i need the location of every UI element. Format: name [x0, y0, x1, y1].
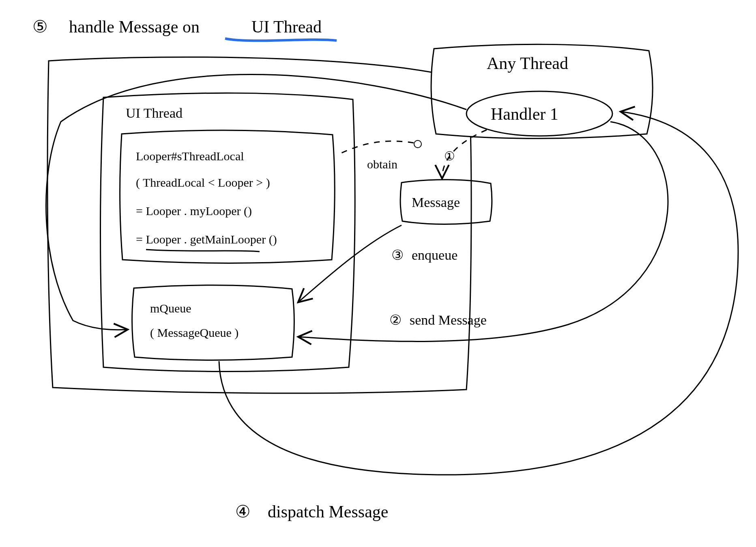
any-thread-label: Any Thread — [487, 54, 568, 73]
step2-label: send Message — [410, 312, 487, 327]
ui-thread-label: UI Thread — [126, 106, 183, 121]
step-5-marker: ⑤ — [32, 17, 48, 36]
mainlooper-underline — [146, 250, 260, 252]
title-underline — [225, 39, 337, 41]
arrow-sendmessage — [298, 122, 668, 341]
step4-marker: ④ — [235, 502, 251, 521]
looper-line1: Looper#sThreadLocal — [136, 149, 244, 163]
arrow-handlemessage — [46, 74, 466, 329]
title-part2: UI Thread — [251, 17, 322, 36]
mqueue-line2: ( MessageQueue ) — [150, 326, 238, 340]
step3-marker: ③ — [391, 248, 404, 263]
arrow-obtain-tail — [339, 141, 414, 154]
step1-marker: ① — [444, 149, 455, 163]
arrow-enqueue — [298, 225, 402, 302]
looper-line4: = Looper . getMainLooper () — [136, 233, 277, 246]
looper-line3: = Looper . myLooper () — [136, 204, 252, 218]
step4-label: dispatch Message — [268, 502, 388, 521]
outer-container — [47, 57, 471, 393]
handler-label: Handler 1 — [491, 105, 558, 123]
obtain-dot — [414, 140, 421, 148]
obtain-label: obtain — [367, 157, 397, 171]
mqueue-line1: mQueue — [150, 301, 191, 315]
step3-label: enqueue — [412, 248, 457, 263]
message-label: Message — [412, 195, 460, 210]
looper-line2: ( ThreadLocal < Looper > ) — [136, 176, 270, 190]
mqueue-box — [132, 285, 294, 360]
arrow-dispatch — [219, 112, 738, 475]
title-part1: handle Message on — [69, 17, 200, 36]
step2-marker: ② — [389, 312, 402, 327]
